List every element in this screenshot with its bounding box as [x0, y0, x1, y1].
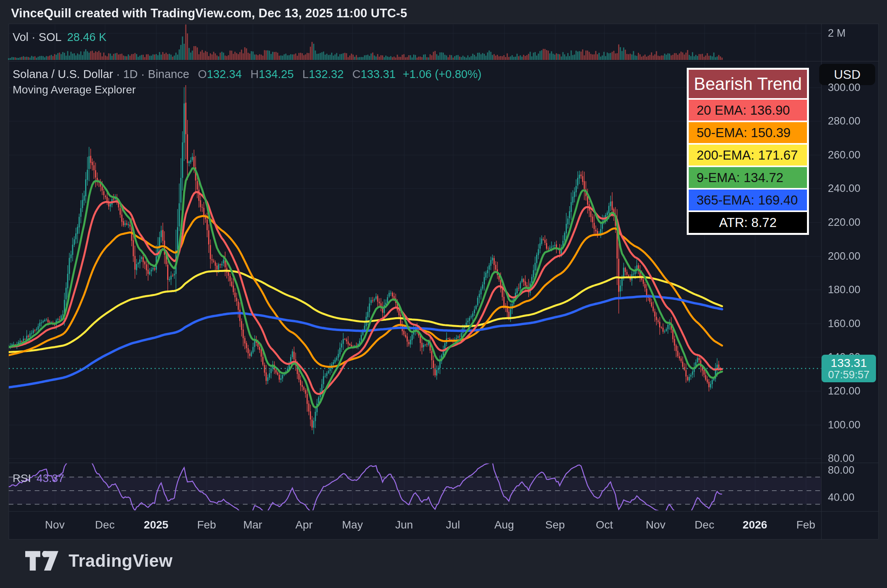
tradingview-brand[interactable]: TradingView — [25, 551, 173, 571]
price-tick-label: 160.00 — [828, 317, 861, 329]
rsi-tick-label: 40.00 — [828, 491, 855, 504]
rsi-value: 43.37 — [37, 472, 64, 484]
time-tick-label: Dec — [695, 519, 714, 531]
volume-indicator-label[interactable]: Vol · SOL28.46 K — [13, 31, 106, 44]
symbol-meta[interactable]: · 1D · Binance — [113, 68, 189, 80]
time-tick-label: Mar — [243, 519, 262, 531]
time-tick-label: Feb — [197, 519, 216, 531]
legend-row: ATR: 8.72 — [689, 212, 807, 233]
ohlc-values: O132.34H134.25L132.32C133.31 — [189, 68, 395, 80]
price-tick-label: 280.00 — [828, 115, 861, 127]
price-tick-label: 80.00 — [828, 452, 855, 465]
price-tick-label: 220.00 — [828, 216, 861, 228]
trend-legend-box: Bearish Trend 20 EMA: 136.9050-EMA: 150.… — [687, 68, 809, 235]
ohlc-value: 133.31 — [361, 68, 396, 80]
indicator-name-label[interactable]: Moving Average Explorer — [13, 84, 136, 96]
last-price-value: 133.31 — [831, 356, 867, 369]
tradingview-brand-text: TradingView — [69, 551, 173, 571]
ohlc-key: O — [198, 68, 207, 80]
rsi-tick-label: 80.00 — [828, 464, 855, 476]
legend-row: 50-EMA: 150.39 — [689, 122, 807, 143]
symbol-row[interactable]: Solana / U.S. Dollar · 1D · BinanceO132.… — [13, 68, 481, 81]
time-tick-label: Sep — [545, 519, 565, 531]
ohlc-value: 132.32 — [309, 68, 344, 80]
time-tick-label: Feb — [796, 519, 815, 531]
time-tick-label: May — [342, 519, 363, 531]
legend-row: 20 EMA: 136.90 — [689, 100, 807, 121]
time-tick-label: Aug — [494, 519, 514, 531]
ohlc-key: H — [250, 68, 259, 80]
trend-status-header: Bearish Trend — [689, 70, 807, 98]
symbol-name[interactable]: Solana / U.S. Dollar — [13, 68, 113, 80]
price-tick-label: 180.00 — [828, 284, 861, 296]
legend-row: 9-EMA: 134.72 — [689, 167, 807, 188]
time-tick-label: Nov — [45, 519, 65, 531]
time-tick-label: Jul — [446, 519, 460, 531]
volume-value: 28.46 K — [67, 31, 106, 43]
watermark-title: VinceQuill created with TradingView.com,… — [11, 6, 407, 20]
countdown-timer: 07:59:57 — [828, 369, 869, 381]
last-price-badge: 133.31 07:59:57 — [822, 355, 876, 382]
ohlc-value: 132.34 — [207, 68, 242, 80]
time-tick-label: 2026 — [743, 519, 767, 531]
time-tick-label: Jun — [395, 519, 413, 531]
tradingview-logo-icon — [25, 551, 58, 571]
rsi-label: RSI — [13, 472, 31, 484]
price-tick-label: 120.00 — [828, 385, 861, 397]
time-tick-label: 2025 — [144, 519, 168, 531]
time-tick-label: Oct — [596, 519, 613, 531]
price-tick-label: 200.00 — [828, 250, 861, 262]
rsi-indicator-label[interactable]: RSI43.37 — [13, 472, 64, 485]
price-tick-label: 100.00 — [828, 419, 861, 431]
volume-label: Vol · SOL — [13, 31, 61, 43]
time-tick-label: Dec — [95, 519, 115, 531]
time-tick-label: Nov — [646, 519, 665, 531]
legend-row: 200-EMA: 171.67 — [689, 145, 807, 166]
price-tick-label: 260.00 — [828, 149, 861, 161]
ohlc-value: 134.25 — [259, 68, 294, 80]
price-tick-label: 300.00 — [828, 81, 861, 93]
tradingview-chart-window: VinceQuill created with TradingView.com,… — [0, 0, 887, 588]
ohlc-key: L — [302, 68, 309, 80]
legend-row: 365-EMA: 169.40 — [689, 190, 807, 210]
price-tick-label: 240.00 — [828, 182, 861, 195]
time-tick-label: Apr — [295, 519, 313, 531]
volume-scale-label: 2 M — [828, 27, 846, 39]
ohlc-key: C — [352, 68, 361, 80]
change-value: +1.06 (+0.80%) — [403, 68, 482, 80]
